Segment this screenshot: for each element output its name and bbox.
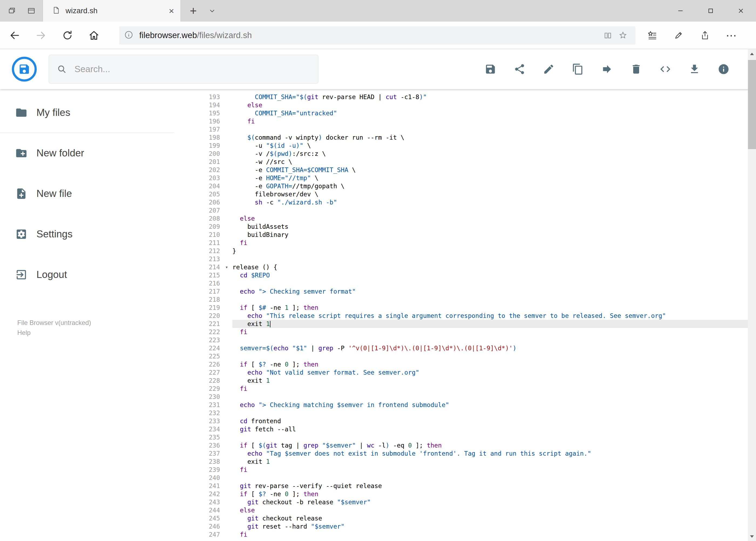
code-line[interactable]: 198 $(command -v winpty) docker run --rm… bbox=[174, 134, 756, 142]
code-line[interactable]: 200 -v /$(pwd):/src:z \ bbox=[174, 150, 756, 158]
code-line[interactable]: 210 buildBinary bbox=[174, 231, 756, 239]
address-bar[interactable]: filebrowser.web/files/wizard.sh bbox=[119, 26, 635, 45]
toolbar-download-button[interactable] bbox=[685, 59, 704, 79]
code-line[interactable]: 232 bbox=[174, 409, 756, 417]
toolbar-save-button[interactable] bbox=[481, 59, 500, 79]
code-line[interactable]: 213 bbox=[174, 255, 756, 263]
code-line[interactable]: 223 bbox=[174, 336, 756, 344]
code-line[interactable]: 211 fi bbox=[174, 239, 756, 247]
sidebar-item-settings[interactable]: Settings bbox=[0, 214, 174, 255]
code-line[interactable]: 240 bbox=[174, 474, 756, 482]
code-line[interactable]: 244 else bbox=[174, 506, 756, 514]
toolbar-code-button[interactable] bbox=[655, 59, 675, 79]
code-line[interactable]: 194 else bbox=[174, 101, 756, 109]
code-line[interactable]: 222 fi bbox=[174, 328, 756, 336]
code-line[interactable]: 239 fi bbox=[174, 466, 756, 474]
code-line[interactable]: 235 bbox=[174, 433, 756, 441]
code-line[interactable]: 204 -e GOPATH=//tmp/gopath \ bbox=[174, 182, 756, 190]
favorite-star-icon[interactable] bbox=[616, 28, 630, 43]
back-button[interactable] bbox=[6, 27, 23, 44]
share-icon[interactable] bbox=[695, 26, 715, 45]
scroll-down-icon[interactable] bbox=[748, 532, 756, 541]
help-link[interactable]: Help bbox=[17, 327, 174, 337]
code-line[interactable]: 230 bbox=[174, 393, 756, 401]
code-line[interactable]: 227 echo "Not valid semver format. See s… bbox=[174, 368, 756, 376]
code-line[interactable]: 242 if [ $? -ne 0 ]; then bbox=[174, 490, 756, 498]
code-line[interactable]: 247 fi bbox=[174, 530, 756, 539]
code-line[interactable]: 201 -w //src \ bbox=[174, 158, 756, 166]
sidebar-footer: File Browser v(untracked) Help bbox=[0, 317, 174, 337]
more-menu-icon[interactable]: ⋯ bbox=[722, 26, 741, 45]
favorites-hub-icon[interactable] bbox=[642, 26, 662, 45]
code-line[interactable]: 238 exit 1 bbox=[174, 457, 756, 466]
code-line[interactable]: 237 echo "Tag $semver does not exist in … bbox=[174, 449, 756, 457]
code-line[interactable]: 206 sh -c "./wizard.sh -b" bbox=[174, 198, 756, 206]
sidebar-item-new-file[interactable]: New file bbox=[0, 174, 174, 214]
tab-close-icon[interactable]: × bbox=[169, 6, 174, 15]
code-line[interactable]: 224 semver=$(echo "$1" | grep -P '^v(0|[… bbox=[174, 344, 756, 352]
toolbar-rename-button[interactable] bbox=[539, 59, 559, 79]
code-line[interactable]: 236 if [ $(git tag | grep "$semver" | wc… bbox=[174, 441, 756, 449]
code-line[interactable]: 215 cd $REPO bbox=[174, 271, 756, 279]
code-line[interactable]: 231 echo "> Checking matching $semver in… bbox=[174, 401, 756, 409]
code-line[interactable]: 246 git reset --hard "$semver" bbox=[174, 522, 756, 530]
toolbar-move-button[interactable] bbox=[597, 59, 617, 79]
fold-marker-icon[interactable]: ▾ bbox=[225, 263, 228, 271]
code-line[interactable]: 205 filebrowser/dev \ bbox=[174, 190, 756, 198]
sidebar-item-new-folder[interactable]: New folder bbox=[0, 133, 174, 174]
code-line[interactable]: 225 bbox=[174, 352, 756, 360]
maximize-button[interactable] bbox=[695, 0, 726, 22]
home-button[interactable] bbox=[85, 27, 103, 44]
code-line[interactable]: 234 git fetch --all bbox=[174, 425, 756, 433]
toolbar-info-button[interactable] bbox=[714, 59, 733, 79]
code-line[interactable]: 212} bbox=[174, 247, 756, 255]
toolbar-share-button[interactable] bbox=[510, 59, 529, 79]
ink-notes-icon[interactable] bbox=[669, 26, 688, 45]
code-line[interactable]: 197 bbox=[174, 125, 756, 134]
code-line[interactable]: 202 -e COMMIT_SHA=$COMMIT_SHA \ bbox=[174, 166, 756, 174]
browser-tab[interactable]: wizard.sh × bbox=[43, 0, 181, 22]
close-button[interactable] bbox=[726, 0, 756, 22]
code-line[interactable]: 195 COMMIT_SHA="untracked" bbox=[174, 109, 756, 117]
minimize-button[interactable] bbox=[665, 0, 695, 22]
code-line[interactable]: 199 -u "$(id -u)" \ bbox=[174, 142, 756, 150]
scrollbar[interactable] bbox=[748, 49, 756, 541]
code-line[interactable]: 233 cd frontend bbox=[174, 417, 756, 425]
code-line[interactable]: 219 if [ $# -ne 1 ]; then bbox=[174, 303, 756, 312]
toolbar-copy-button[interactable] bbox=[568, 59, 588, 79]
tab-list-chevron-icon[interactable] bbox=[205, 0, 220, 22]
code-line[interactable]: 216 bbox=[174, 279, 756, 287]
line-number: 197 bbox=[174, 125, 232, 134]
tab-preview-icon[interactable] bbox=[24, 0, 39, 22]
code-line[interactable]: 220 echo "This release script requires a… bbox=[174, 312, 756, 320]
code-line[interactable]: 241 git rev-parse --verify --quiet relea… bbox=[174, 482, 756, 490]
code-line[interactable]: 243 git checkout -b release "$semver" bbox=[174, 498, 756, 506]
sidebar-item-my-files[interactable]: My files bbox=[0, 92, 174, 133]
scroll-thumb[interactable] bbox=[748, 60, 756, 149]
new-tab-button[interactable]: + bbox=[186, 0, 201, 22]
code-line[interactable]: 208 else bbox=[174, 215, 756, 223]
refresh-button[interactable] bbox=[59, 27, 76, 44]
code-line[interactable]: 196 fi bbox=[174, 117, 756, 125]
code-line[interactable]: 229 fi bbox=[174, 385, 756, 393]
code-line[interactable]: 228 exit 1 bbox=[174, 376, 756, 385]
site-info-icon[interactable] bbox=[124, 30, 133, 41]
code-line[interactable]: 203 -e HOME="//tmp" \ bbox=[174, 174, 756, 182]
code-line[interactable]: 207 bbox=[174, 206, 756, 215]
reading-view-icon[interactable] bbox=[600, 28, 616, 43]
code-line[interactable]: 209 buildAssets bbox=[174, 223, 756, 231]
tabs-aside-icon[interactable] bbox=[4, 0, 19, 22]
code-line[interactable]: 218 bbox=[174, 295, 756, 303]
code-line[interactable]: 217 echo "> Checking semver format" bbox=[174, 287, 756, 295]
code-line[interactable]: 193 COMMIT_SHA="$(git rev-parse HEAD | c… bbox=[174, 93, 756, 101]
search-input[interactable] bbox=[74, 64, 310, 75]
code-line[interactable]: 245 git checkout release bbox=[174, 514, 756, 522]
toolbar-delete-button[interactable] bbox=[627, 59, 646, 79]
code-line[interactable]: 221 exit 1 bbox=[174, 320, 756, 328]
forward-button[interactable] bbox=[32, 27, 50, 44]
code-line[interactable]: 226 if [ $? -ne 0 ]; then bbox=[174, 360, 756, 368]
code-line[interactable]: 214▾release () { bbox=[174, 263, 756, 271]
sidebar-item-logout[interactable]: Logout bbox=[0, 255, 174, 295]
code-icon bbox=[659, 63, 671, 75]
scroll-up-icon[interactable] bbox=[748, 49, 756, 58]
